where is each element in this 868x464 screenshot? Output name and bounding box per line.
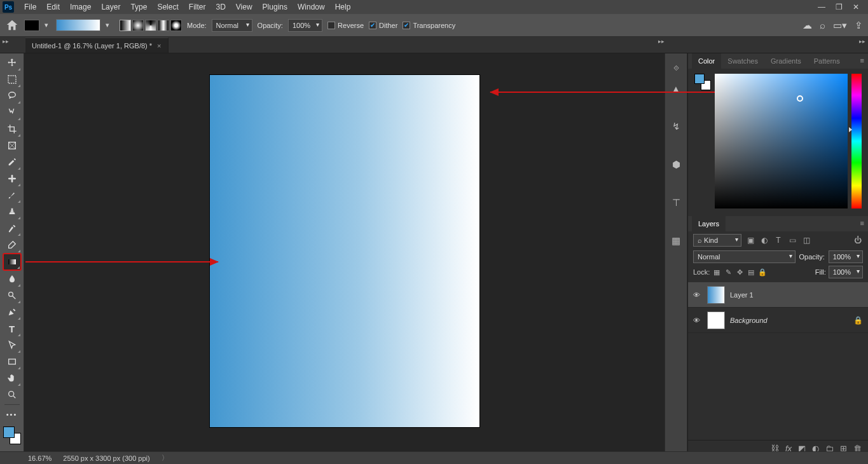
- menu-select[interactable]: Select: [152, 3, 183, 11]
- filter-adjustment-icon[interactable]: ◐: [759, 235, 769, 245]
- lock-transparency-icon[interactable]: ▦: [712, 268, 721, 276]
- menu-edit[interactable]: Edit: [41, 3, 65, 11]
- reverse-checkbox[interactable]: Reverse: [327, 22, 364, 29]
- search-icon[interactable]: ⌕: [820, 20, 825, 31]
- share-icon[interactable]: ⇪: [855, 20, 863, 31]
- minimize-icon[interactable]: —: [818, 3, 825, 11]
- expand-toolbox-icon[interactable]: ▸▸: [3, 38, 9, 44]
- eraser-tool[interactable]: [3, 236, 21, 253]
- menu-layer[interactable]: Layer: [96, 3, 125, 11]
- zoom-tool[interactable]: [3, 386, 21, 403]
- lock-all-icon[interactable]: 🔒: [758, 268, 767, 276]
- panel-tab-patterns[interactable]: Patterns: [808, 53, 846, 69]
- transparency-checkbox[interactable]: Transparency: [403, 22, 455, 29]
- layer-item[interactable]: 👁Layer 1: [688, 282, 868, 308]
- menu-plugins[interactable]: Plugins: [258, 3, 293, 11]
- brushes-panel-icon[interactable]: ↯: [669, 119, 683, 133]
- collapse-panels-icon[interactable]: ▸▸: [859, 38, 865, 44]
- gradient-diamond-button[interactable]: [170, 20, 182, 31]
- layer-thumbnail[interactable]: [707, 286, 725, 304]
- layer-thumbnail[interactable]: [707, 311, 725, 329]
- home-icon[interactable]: [5, 18, 19, 32]
- quick-selection-tool[interactable]: [3, 104, 21, 121]
- foreground-swatch-picker[interactable]: ▾: [24, 20, 51, 31]
- foreground-background-swatch[interactable]: [3, 426, 21, 444]
- clone-stamp-tool[interactable]: [3, 203, 21, 220]
- collapse-dock-icon[interactable]: ▸▸: [658, 38, 665, 44]
- filter-pixel-icon[interactable]: ▣: [745, 235, 755, 245]
- status-flyout-icon[interactable]: 〉: [162, 453, 169, 463]
- eyedropper-tool[interactable]: [3, 154, 21, 170]
- rectangle-tool[interactable]: [3, 353, 21, 370]
- filter-smart-icon[interactable]: ◫: [801, 235, 811, 245]
- foreground-color-swatch[interactable]: [3, 426, 15, 438]
- dodge-tool[interactable]: [3, 287, 21, 304]
- gradient-preset-picker[interactable]: ▾: [56, 19, 112, 31]
- close-icon[interactable]: ✕: [853, 3, 859, 11]
- menu-image[interactable]: Image: [65, 3, 96, 11]
- hand-tool[interactable]: [3, 370, 21, 386]
- menu-window[interactable]: Window: [293, 3, 330, 11]
- filter-type-icon[interactable]: T: [773, 235, 783, 245]
- layer-blend-mode-select[interactable]: Normal: [693, 250, 796, 263]
- layer-name[interactable]: Background: [730, 317, 848, 324]
- crop-tool[interactable]: [3, 121, 21, 137]
- workspace-icon[interactable]: ▭▾: [833, 20, 847, 31]
- character-panel-icon[interactable]: ⊤: [669, 196, 683, 210]
- gradient-tool[interactable]: [3, 253, 22, 271]
- color-panel-menu-icon[interactable]: ≡: [860, 57, 864, 64]
- layer-name[interactable]: Layer 1: [730, 291, 863, 299]
- artboard[interactable]: [210, 75, 479, 427]
- gradient-linear-button[interactable]: [120, 20, 131, 31]
- document-tab[interactable]: Untitled-1 @ 16.7% (Layer 1, RGB/8) * ×: [25, 38, 169, 53]
- color-saturation-value-field[interactable]: [715, 74, 848, 208]
- history-brush-tool[interactable]: [3, 220, 21, 236]
- blend-mode-select[interactable]: Normal: [212, 19, 252, 32]
- menu-type[interactable]: Type: [125, 3, 152, 11]
- marquee-tool[interactable]: [3, 71, 21, 88]
- pen-tool[interactable]: [3, 304, 21, 320]
- history-panel-icon[interactable]: ⟐: [669, 60, 683, 74]
- brush-tool[interactable]: [3, 187, 21, 203]
- layer-kind-filter[interactable]: ⌕ Kind: [693, 234, 741, 247]
- panel-tab-gradients[interactable]: Gradients: [764, 53, 808, 69]
- layer-opacity-select[interactable]: 100%: [829, 250, 863, 263]
- menu-file[interactable]: File: [19, 3, 41, 11]
- visibility-toggle-icon[interactable]: 👁: [693, 317, 702, 324]
- menu-3d[interactable]: 3D: [210, 3, 230, 11]
- layer-item[interactable]: 👁Background🔒: [688, 308, 868, 333]
- type-tool[interactable]: T: [3, 320, 21, 337]
- healing-brush-tool[interactable]: [3, 170, 21, 187]
- menu-view[interactable]: View: [231, 3, 258, 11]
- libraries-panel-icon[interactable]: ⬢: [669, 158, 683, 172]
- blur-tool[interactable]: [3, 271, 21, 287]
- gradient-angle-button[interactable]: [145, 20, 156, 31]
- properties-panel-icon[interactable]: ▲: [669, 81, 683, 95]
- color-panel-fgbg-swatch[interactable]: [694, 74, 711, 90]
- panel-tab-swatches[interactable]: Swatches: [721, 53, 764, 69]
- menu-help[interactable]: Help: [330, 3, 356, 11]
- dither-checkbox[interactable]: Dither: [369, 22, 397, 29]
- lock-position-icon[interactable]: ✥: [735, 268, 744, 276]
- gradient-radial-button[interactable]: [132, 20, 144, 31]
- move-tool[interactable]: [3, 55, 21, 71]
- filter-shape-icon[interactable]: ▭: [787, 235, 797, 245]
- visibility-toggle-icon[interactable]: 👁: [693, 291, 702, 299]
- canvas-area[interactable]: [24, 53, 665, 456]
- filter-toggle-icon[interactable]: ⏻: [853, 235, 863, 245]
- path-selection-tool[interactable]: [3, 337, 21, 353]
- zoom-readout[interactable]: 16.67%: [28, 454, 52, 462]
- layers-tab[interactable]: Layers: [692, 216, 726, 231]
- edit-toolbar-button[interactable]: •••: [3, 406, 21, 423]
- lasso-tool[interactable]: [3, 88, 21, 104]
- layers-panel-menu-icon[interactable]: ≡: [860, 219, 864, 227]
- menu-filter[interactable]: Filter: [184, 3, 211, 11]
- close-tab-icon[interactable]: ×: [157, 42, 161, 50]
- document-dims[interactable]: 2550 px x 3300 px (300 ppi): [63, 454, 149, 462]
- layer-fill-select[interactable]: 100%: [829, 266, 863, 278]
- lock-artboard-icon[interactable]: ▤: [747, 268, 755, 276]
- hue-slider[interactable]: [851, 74, 862, 208]
- restore-icon[interactable]: ❐: [836, 3, 843, 11]
- panel-tab-color[interactable]: Color: [692, 53, 721, 69]
- frame-tool[interactable]: [3, 137, 21, 154]
